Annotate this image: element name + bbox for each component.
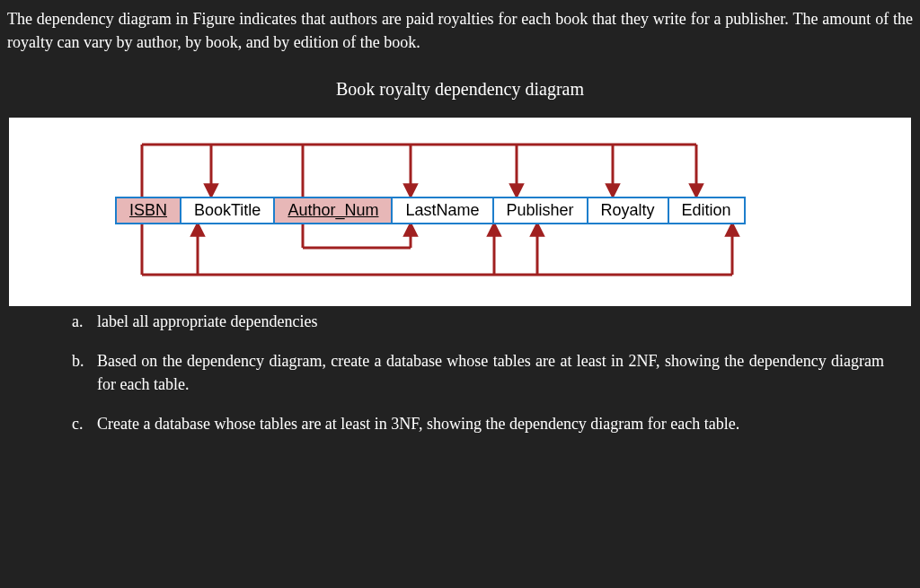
question-body-c: Create a database whose tables are at le… [97, 412, 884, 435]
intro-text: The dependency diagram in Figure indicat… [0, 0, 920, 54]
figure-title: Book royalty dependency diagram [0, 54, 920, 118]
attr-isbn: ISBN [115, 197, 181, 224]
attr-lastname: LastName [393, 197, 493, 224]
attr-booktitle: BookTitle [181, 197, 275, 224]
attribute-row: ISBN BookTitle Author_Num LastName Publi… [115, 197, 746, 224]
dependency-diagram: ISBN BookTitle Author_Num LastName Publi… [9, 118, 911, 306]
question-body-b: Based on the dependency diagram, create … [97, 349, 884, 396]
question-c: c. Create a database whose tables are at… [72, 412, 884, 435]
question-list: a. label all appropriate dependencies b.… [0, 306, 920, 435]
question-label-a: a. [72, 310, 97, 333]
attr-royalty: Royalty [588, 197, 669, 224]
question-label-b: b. [72, 349, 97, 396]
attr-publisher: Publisher [494, 197, 588, 224]
question-b: b. Based on the dependency diagram, crea… [72, 349, 884, 396]
attr-authornum: Author_Num [275, 197, 393, 224]
attr-edition: Edition [669, 197, 746, 224]
question-body-a: label all appropriate dependencies [97, 310, 884, 333]
question-label-c: c. [72, 412, 97, 435]
question-a: a. label all appropriate dependencies [72, 310, 884, 333]
